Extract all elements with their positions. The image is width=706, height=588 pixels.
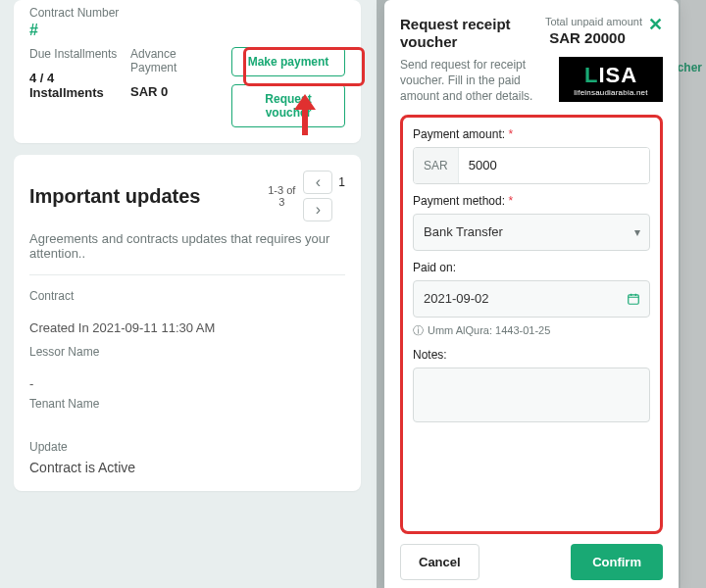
updates-title: Important updates (29, 185, 260, 208)
contract-number-label: Contract Number (29, 6, 345, 20)
modal-title: Request receipt voucher (400, 16, 527, 51)
created-in: Created In 2021-09-11 11:30 AM (29, 320, 345, 335)
payment-method-select[interactable] (413, 214, 650, 251)
important-updates-card: Important updates 1-3 of 3 ‹ 1 › Agreeme… (14, 155, 361, 491)
contract-number-value: # (29, 22, 345, 39)
chevron-right-icon: › (316, 201, 321, 219)
payment-amount-label: Payment amount: * (413, 127, 650, 141)
pager-next-button[interactable]: › (303, 198, 332, 221)
total-unpaid-label: Total unpaid amount (532, 16, 642, 27)
pager-range: 1-3 of 3 (268, 184, 295, 208)
advance-value: SAR 0 (130, 84, 226, 99)
payment-amount-input[interactable] (459, 148, 649, 183)
modal-description: Send request for receipt voucher. Fill i… (400, 57, 549, 105)
lessor-value: - (29, 376, 345, 391)
updates-subtitle: Agreements and contracts updates that re… (29, 231, 345, 261)
pager-current: 1 (338, 175, 345, 189)
annotation-arrow (294, 94, 316, 139)
paid-on-input[interactable] (413, 280, 650, 318)
paid-on-label: Paid on: (413, 261, 650, 274)
cancel-button[interactable]: Cancel (400, 544, 479, 580)
due-value: 4 / 4 Installments (29, 71, 125, 100)
contract-label: Contract (29, 289, 345, 303)
total-unpaid-value: SAR 20000 (532, 29, 642, 46)
request-voucher-modal: Request receipt voucher Total unpaid amo… (384, 0, 679, 588)
advance-label: Advance Payment (130, 47, 226, 74)
notes-label: Notes: (413, 348, 650, 362)
lessor-label: Lessor Name (29, 345, 345, 359)
annotation-form-box: Payment amount: * SAR Payment method: * … (400, 115, 663, 534)
update-label: Update (29, 440, 345, 454)
update-value: Contract is Active (29, 460, 345, 475)
hijri-date-hint: Umm AlQura: 1443-01-25 (428, 324, 550, 336)
lisa-logo: LISA lifeinsaudiarabia.net (559, 57, 663, 102)
due-label: Due Installments (29, 47, 125, 61)
notes-textarea[interactable] (413, 368, 650, 422)
close-icon[interactable]: ✕ (648, 16, 663, 51)
currency-prefix: SAR (414, 148, 459, 183)
make-payment-button[interactable]: Make payment (231, 47, 345, 76)
pager-prev-button[interactable]: ‹ (303, 171, 332, 194)
info-icon: ⓘ (413, 323, 424, 338)
payment-method-label: Payment method: * (413, 194, 650, 208)
confirm-button[interactable]: Confirm (571, 544, 663, 580)
chevron-left-icon: ‹ (316, 173, 321, 191)
request-voucher-button[interactable]: Request voucher (231, 84, 345, 127)
tenant-label: Tenant Name (29, 397, 345, 411)
